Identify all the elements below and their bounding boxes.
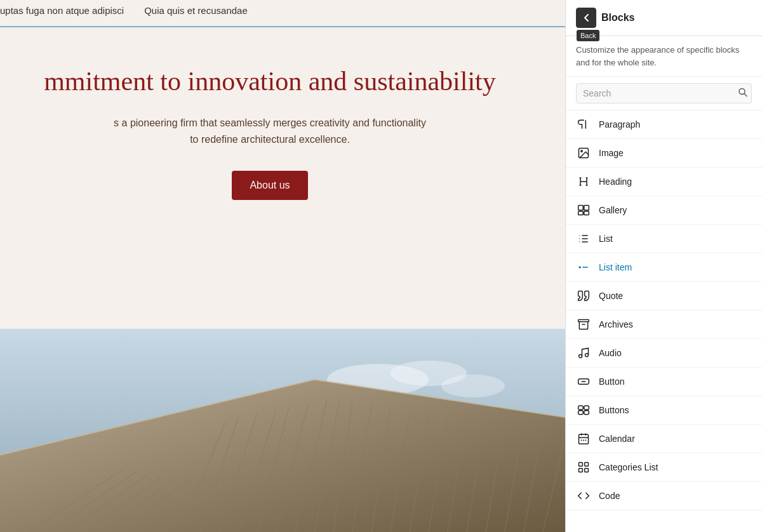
block-item-quote[interactable]: Quote xyxy=(566,282,762,310)
paragraph-icon xyxy=(576,117,591,132)
image-icon xyxy=(576,145,591,161)
block-label-paragraph: Paragraph xyxy=(599,119,640,130)
search-icon-button[interactable] xyxy=(738,88,748,100)
about-us-button[interactable]: About us xyxy=(232,171,307,200)
svg-rect-38 xyxy=(578,206,584,211)
block-item-categories-list[interactable]: Categories List xyxy=(566,453,762,482)
svg-rect-50 xyxy=(578,320,589,322)
quote-icon xyxy=(576,288,591,303)
nav-link-1[interactable]: uptas fuga non atque adipisci xyxy=(0,5,124,16)
list-item-icon xyxy=(576,260,591,275)
block-label-button: Button xyxy=(599,376,624,387)
svg-point-3 xyxy=(441,375,505,397)
blocks-list: ParagraphImageHeadingGalleryListList ite… xyxy=(566,110,762,532)
svg-rect-56 xyxy=(578,406,584,409)
sidebar-description: Customize the appearance of specific blo… xyxy=(566,36,762,77)
svg-rect-70 xyxy=(585,469,589,472)
block-item-heading[interactable]: Heading xyxy=(566,168,762,196)
block-label-audio: Audio xyxy=(599,348,622,358)
block-label-list-item: List item xyxy=(599,262,632,272)
svg-rect-40 xyxy=(578,211,584,215)
archives-icon xyxy=(576,317,591,332)
block-item-image[interactable]: Image xyxy=(566,139,762,168)
svg-rect-66 xyxy=(585,440,587,441)
hero-image xyxy=(0,329,565,532)
back-tooltip: Back xyxy=(577,30,599,41)
block-item-list[interactable]: List xyxy=(566,225,762,253)
block-item-calendar[interactable]: Calendar xyxy=(566,425,762,453)
svg-rect-65 xyxy=(583,440,584,441)
block-item-paragraph[interactable]: Paragraph xyxy=(566,110,762,139)
button-icon xyxy=(576,374,591,389)
hero-title: mmitment to innovation and sustainabilit… xyxy=(0,65,540,97)
svg-rect-69 xyxy=(579,469,583,472)
back-button[interactable]: Back xyxy=(576,8,596,28)
svg-point-53 xyxy=(585,354,589,357)
svg-line-34 xyxy=(744,94,747,96)
gallery-icon xyxy=(576,203,591,218)
sidebar-search-container xyxy=(566,77,762,110)
categories-list-icon xyxy=(576,460,591,475)
block-label-categories-list: Categories List xyxy=(599,462,658,472)
block-label-buttons: Buttons xyxy=(599,405,629,415)
svg-point-48 xyxy=(579,266,581,268)
svg-rect-59 xyxy=(584,411,589,415)
block-label-gallery: Gallery xyxy=(599,205,627,215)
preview-nav: uptas fuga non atque adipisci Quia quis … xyxy=(0,0,565,27)
block-item-audio[interactable]: Audio xyxy=(566,339,762,368)
search-input[interactable] xyxy=(576,83,752,103)
nav-links: uptas fuga non atque adipisci Quia quis … xyxy=(0,0,565,21)
block-item-button[interactable]: Button xyxy=(566,368,762,396)
nav-link-2[interactable]: Quia quis et recusandae xyxy=(144,5,248,16)
buttons-icon xyxy=(576,402,591,418)
svg-rect-68 xyxy=(585,463,589,467)
block-item-archives[interactable]: Archives xyxy=(566,310,762,339)
back-chevron-icon xyxy=(583,13,589,22)
block-item-gallery[interactable]: Gallery xyxy=(566,196,762,225)
svg-rect-64 xyxy=(581,440,582,441)
code-icon xyxy=(576,488,591,503)
svg-rect-57 xyxy=(584,406,589,409)
svg-rect-58 xyxy=(578,411,584,415)
audio-icon xyxy=(576,345,591,361)
block-label-quote: Quote xyxy=(599,291,623,301)
block-label-code: Code xyxy=(599,491,620,501)
preview-hero: mmitment to innovation and sustainabilit… xyxy=(0,27,565,225)
sidebar-panel: Back Blocks Customize the appearance of … xyxy=(565,0,762,532)
sidebar-title: Blocks xyxy=(601,12,634,23)
block-label-archives: Archives xyxy=(599,319,633,329)
heading-icon xyxy=(576,174,591,189)
block-label-calendar: Calendar xyxy=(599,434,635,444)
block-label-list: List xyxy=(599,234,613,244)
calendar-icon xyxy=(576,431,591,446)
block-item-buttons[interactable]: Buttons xyxy=(566,396,762,425)
preview-panel: uptas fuga non atque adipisci Quia quis … xyxy=(0,0,565,532)
svg-point-52 xyxy=(579,355,582,358)
svg-rect-41 xyxy=(584,211,589,215)
block-label-image: Image xyxy=(599,148,624,158)
svg-rect-39 xyxy=(584,206,589,211)
list-icon xyxy=(576,231,591,246)
block-item-list-item[interactable]: List item xyxy=(566,253,762,282)
block-label-heading: Heading xyxy=(599,176,632,187)
svg-point-37 xyxy=(581,150,583,152)
block-item-code[interactable]: Code xyxy=(566,482,762,510)
hero-description: s a pioneering firm that seamlessly merg… xyxy=(111,115,429,147)
sidebar-header: Back Blocks xyxy=(566,0,762,36)
svg-rect-60 xyxy=(579,434,589,444)
search-icon xyxy=(738,88,748,98)
svg-rect-67 xyxy=(579,463,583,467)
